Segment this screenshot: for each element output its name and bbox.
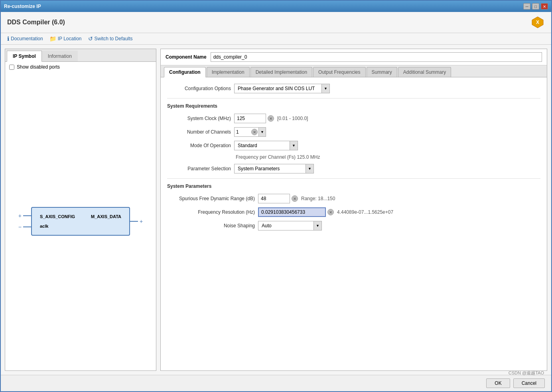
ip-block: S_AXIS_CONFIG M_AXIS_DATA aclk [31, 207, 130, 236]
component-name-label: Component Name [166, 54, 207, 60]
sfdr-row: Spurious Free Dynamic Range (dB) ✕ Range… [167, 194, 540, 203]
minimize-button[interactable]: ─ [523, 3, 530, 10]
main-content: DDS Compiler (6.0) X ℹ Documentation 📁 I… [1, 12, 551, 391]
freq-resolution-input-wrap: ✕ 4.44089e-07...1.5625e+07 [258, 207, 393, 217]
watermark: CSDN @逾越TAO [509, 370, 544, 376]
tab-information[interactable]: Information [42, 51, 78, 61]
num-channels-label: Number of Channels [167, 129, 231, 135]
freq-resolution-label: Frequency Resolution (Hz) [167, 209, 255, 215]
system-clock-range: [0.01 - 1000.0] [277, 116, 308, 121]
app-logo: X [530, 15, 545, 30]
system-clock-input-wrap: ✕ [0.01 - 1000.0] [234, 114, 308, 123]
documentation-link[interactable]: ℹ Documentation [7, 35, 43, 42]
noise-shaping-label: Noise Shaping [167, 223, 255, 229]
mode-operation-arrow[interactable]: ▼ [290, 141, 298, 150]
window-title: Re-customize IP [4, 4, 41, 9]
config-tabs: Configuration Implementation Detailed Im… [161, 65, 547, 77]
sfdr-clear-btn[interactable]: ✕ [292, 195, 298, 202]
freq-per-channel: Frequency per Channel (Fs) 125.0 MHz [236, 154, 540, 160]
mode-operation-label: Mode Of Operation [167, 143, 231, 148]
app-header: DDS Compiler (6.0) X [1, 12, 551, 33]
config-options-value: Phase Generator and SIN COS LUT [235, 85, 321, 92]
system-clock-label: System Clock (MHz) [167, 116, 231, 121]
sfdr-range: Range: 18...150 [301, 196, 335, 201]
sfdr-label: Spurious Free Dynamic Range (dB) [167, 196, 255, 201]
noise-shaping-row: Noise Shaping Auto ▼ [167, 221, 540, 230]
right-panel: Component Name Configuration Implementat… [160, 49, 547, 371]
aclk-minus-icon[interactable]: − [18, 224, 22, 230]
switch-defaults-label: Switch to Defaults [95, 36, 133, 41]
sfdr-input-wrap: ✕ Range: 18...150 [258, 194, 335, 203]
info-icon: ℹ [7, 35, 9, 42]
s-axis-plus-icon[interactable]: + [18, 213, 22, 219]
ip-symbol-area: + − S_AXIS_CONF [5, 72, 156, 370]
show-disabled-row: Show disabled ports [5, 62, 156, 72]
freq-resolution-input[interactable] [258, 207, 326, 217]
app-title: DDS Compiler (6.0) [7, 19, 65, 26]
tab-configuration[interactable]: Configuration [164, 67, 206, 77]
ok-button[interactable]: OK [486, 378, 510, 388]
mode-operation-value: Standard [235, 142, 290, 149]
show-disabled-ports-checkbox[interactable] [9, 65, 14, 70]
num-channels-input[interactable] [235, 128, 250, 136]
config-options-arrow[interactable]: ▼ [321, 84, 329, 93]
parameter-selection-value: System Parameters [235, 165, 306, 172]
num-channels-arrow[interactable]: ▼ [258, 128, 266, 136]
num-channels-input-wrap: ✕ ▼ [234, 127, 266, 137]
config-options-label: Configuration Options [167, 86, 231, 91]
tab-detailed-implementation[interactable]: Detailed Implementation [250, 67, 312, 77]
system-clock-clear-btn[interactable]: ✕ [268, 115, 274, 122]
mode-operation-select[interactable]: Standard ▼ [234, 141, 298, 150]
switch-defaults-link[interactable]: ↺ Switch to Defaults [88, 35, 133, 42]
system-clock-input[interactable] [234, 114, 266, 123]
freq-resolution-clear-btn[interactable]: ✕ [327, 209, 334, 215]
freq-resolution-row: Frequency Resolution (Hz) ✕ 4.44089e-07.… [167, 207, 540, 217]
tab-ip-symbol[interactable]: IP Symbol [7, 51, 42, 62]
config-options-row: Configuration Options Phase Generator an… [167, 84, 540, 93]
config-options-select[interactable]: Phase Generator and SIN COS LUT ▼ [234, 84, 330, 93]
toolbar: ℹ Documentation 📁 IP Location ↺ Switch t… [1, 33, 551, 45]
component-name-row: Component Name [161, 49, 547, 65]
m-axis-plus-icon[interactable]: + [140, 218, 143, 225]
parameter-selection-select[interactable]: System Parameters ▼ [234, 164, 314, 173]
left-port-aclk: − [18, 224, 31, 230]
parameter-selection-arrow[interactable]: ▼ [306, 164, 313, 173]
m-axis-data-label: M_AXIS_DATA [91, 214, 121, 219]
num-channels-row: Number of Channels ✕ ▼ [167, 127, 540, 137]
refresh-icon: ↺ [88, 35, 93, 42]
parameter-selection-row: Parameter Selection System Parameters ▼ [167, 164, 540, 173]
freq-resolution-range: 4.44089e-07...1.5625e+07 [337, 209, 393, 215]
footer-buttons: OK Cancel [1, 375, 551, 391]
tab-output-frequencies[interactable]: Output Frequencies [313, 67, 365, 77]
tab-summary[interactable]: Summary [367, 67, 397, 77]
ip-location-link[interactable]: 📁 IP Location [49, 35, 82, 42]
component-name-input[interactable] [211, 52, 542, 62]
svg-text:X: X [536, 20, 539, 25]
num-channels-clear-btn[interactable]: ✕ [251, 129, 258, 135]
left-port-s-axis: + [18, 213, 31, 219]
right-port-m-axis: + [130, 218, 143, 225]
aclk-label: aclk [40, 224, 48, 229]
noise-shaping-select[interactable]: Auto ▼ [258, 221, 322, 230]
cancel-button[interactable]: Cancel [513, 378, 545, 388]
system-clock-row: System Clock (MHz) ✕ [0.01 - 1000.0] [167, 114, 540, 123]
mode-operation-row: Mode Of Operation Standard ▼ [167, 141, 540, 150]
sfdr-input[interactable] [258, 194, 290, 203]
parameter-selection-label: Parameter Selection [167, 166, 231, 171]
system-parameters-title: System Parameters [167, 183, 540, 189]
ip-location-label: IP Location [58, 36, 82, 41]
maximize-button[interactable]: □ [532, 3, 539, 10]
system-requirements-title: System Requirements [167, 103, 540, 109]
main-window: Re-customize IP ─ □ ✕ DDS Compiler (6.0)… [0, 0, 552, 392]
config-content: Configuration Options Phase Generator an… [161, 77, 547, 370]
left-panel-tabs: IP Symbol Information [5, 49, 156, 62]
noise-shaping-value: Auto [258, 222, 313, 229]
documentation-label: Documentation [11, 36, 43, 41]
tab-additional-summary[interactable]: Additional Summary [398, 67, 451, 77]
s-axis-config-label: S_AXIS_CONFIG [40, 214, 75, 219]
tab-implementation[interactable]: Implementation [207, 67, 250, 77]
show-disabled-ports-label: Show disabled ports [17, 64, 60, 70]
noise-shaping-arrow[interactable]: ▼ [313, 221, 321, 230]
title-bar: Re-customize IP ─ □ ✕ [1, 1, 551, 12]
close-button[interactable]: ✕ [541, 3, 548, 10]
